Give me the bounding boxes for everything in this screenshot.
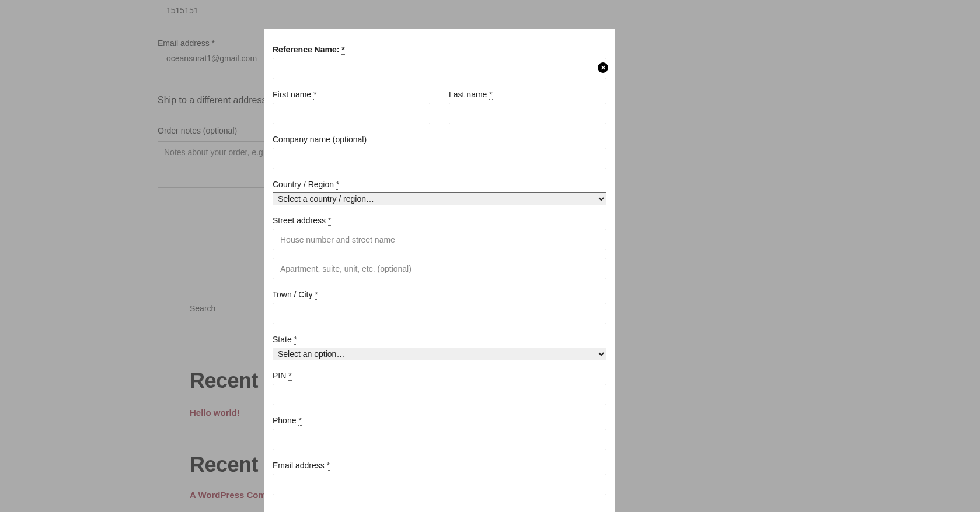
company-input[interactable]	[273, 148, 606, 169]
reference-name-label: Reference Name: *	[273, 45, 606, 54]
street-label: Street address *	[273, 216, 606, 225]
last-name-input[interactable]	[449, 103, 606, 124]
email-label-modal: Email address *	[273, 461, 606, 470]
first-name-input[interactable]	[273, 103, 430, 124]
street-address-field: Street address *	[273, 216, 606, 279]
reference-name-field: Reference Name: *	[273, 45, 606, 79]
address-form-modal: ✕ Reference Name: * First name * Last na…	[264, 29, 615, 512]
country-label: Country / Region *	[273, 180, 606, 189]
close-icon[interactable]: ✕	[598, 62, 608, 73]
reference-name-input[interactable]	[273, 58, 606, 79]
last-name-field: Last name *	[449, 90, 606, 124]
phone-label: Phone *	[273, 416, 606, 425]
company-label: Company name (optional)	[273, 135, 606, 144]
city-input[interactable]	[273, 303, 606, 324]
phone-field: Phone *	[273, 416, 606, 450]
country-select[interactable]: Select a country / region…	[273, 192, 606, 205]
street-input-2[interactable]	[273, 258, 606, 279]
street-input-1[interactable]	[273, 229, 606, 250]
email-field-modal: Email address *	[273, 461, 606, 495]
pin-input[interactable]	[273, 384, 606, 405]
email-input-modal[interactable]	[273, 474, 606, 495]
pin-field: PIN *	[273, 371, 606, 405]
phone-input[interactable]	[273, 429, 606, 450]
state-label: State *	[273, 335, 606, 344]
state-select[interactable]: Select an option…	[273, 348, 606, 360]
city-label: Town / City *	[273, 290, 606, 299]
state-field: State * Select an option…	[273, 335, 606, 360]
city-field: Town / City *	[273, 290, 606, 324]
company-field: Company name (optional)	[273, 135, 606, 169]
first-name-label: First name *	[273, 90, 430, 99]
pin-label: PIN *	[273, 371, 606, 380]
first-name-field: First name *	[273, 90, 430, 124]
country-field: Country / Region * Select a country / re…	[273, 180, 606, 205]
last-name-label: Last name *	[449, 90, 606, 99]
